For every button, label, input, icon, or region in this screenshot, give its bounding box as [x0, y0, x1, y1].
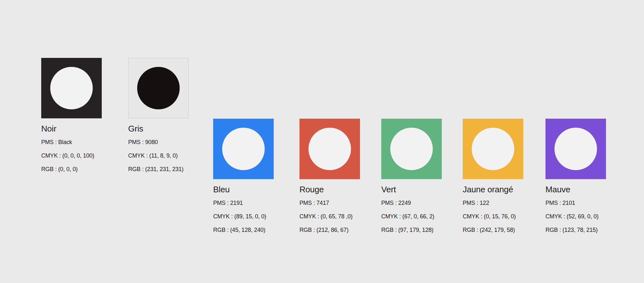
- pms-value: PMS : 9080: [128, 139, 209, 145]
- color-palette-page: Noir PMS : Black CMYK : (0, 0, 0, 100) R…: [0, 0, 644, 283]
- cmyk-value: CMYK : (0, 0, 0, 100): [41, 153, 122, 159]
- mauve-color-square: [545, 119, 606, 179]
- swatch-jaune-orange: Jaune orangé PMS : 122 CMYK : (0, 15, 76…: [463, 119, 543, 233]
- color-name: Noir: [41, 124, 122, 133]
- circle-cutout-icon: [222, 128, 265, 170]
- color-name: Jaune orangé: [463, 185, 543, 194]
- rgb-value: RGB : (0, 0, 0): [41, 166, 122, 172]
- circle-cutout-icon: [390, 128, 433, 170]
- color-name: Gris: [128, 124, 209, 133]
- rgb-value: RGB : (242, 179, 58): [463, 227, 543, 233]
- circle-cutout-icon: [137, 67, 180, 109]
- swatch-noir: Noir PMS : Black CMYK : (0, 0, 0, 100) R…: [41, 58, 122, 172]
- color-name: Mauve: [545, 185, 626, 194]
- pms-value: PMS : 7417: [299, 200, 380, 206]
- rgb-value: RGB : (231, 231, 231): [128, 166, 209, 172]
- bleu-color-square: [213, 119, 274, 179]
- rgb-value: RGB : (212, 86, 67): [299, 227, 380, 233]
- rgb-value: RGB : (45, 128, 240): [213, 227, 294, 233]
- pms-value: PMS : 2249: [381, 200, 462, 206]
- pms-value: PMS : 2101: [545, 200, 626, 206]
- rgb-value: RGB : (97, 179, 128): [381, 227, 462, 233]
- pms-value: PMS : Black: [41, 139, 122, 145]
- color-name: Vert: [381, 185, 462, 194]
- swatch-vert: Vert PMS : 2249 CMYK : (67, 0, 66, 2) RG…: [381, 119, 462, 233]
- pms-value: PMS : 122: [463, 200, 543, 206]
- swatch-mauve: Mauve PMS : 2101 CMYK : (52, 69, 0, 0) R…: [545, 119, 626, 233]
- gris-color-square: [128, 58, 189, 118]
- noir-color-square: [41, 58, 102, 118]
- cmyk-value: CMYK : (52, 69, 0, 0): [545, 214, 626, 219]
- swatch-rouge: Rouge PMS : 7417 CMYK : (0, 65, 78 ,0) R…: [299, 119, 380, 233]
- vert-color-square: [381, 119, 442, 179]
- pms-value: PMS : 2191: [213, 200, 294, 206]
- circle-cutout-icon: [472, 128, 514, 170]
- circle-cutout-icon: [50, 67, 93, 109]
- rgb-value: RGB : (123, 78, 215): [545, 227, 626, 233]
- cmyk-value: CMYK : (0, 65, 78 ,0): [299, 214, 380, 219]
- circle-cutout-icon: [308, 128, 351, 170]
- cmyk-value: CMYK : (67, 0, 66, 2): [381, 214, 462, 219]
- cmyk-value: CMYK : (89, 15, 0, 0): [213, 214, 294, 219]
- swatch-gris: Gris PMS : 9080 CMYK : (11, 8, 9, 0) RGB…: [128, 58, 209, 172]
- color-name: Rouge: [299, 185, 380, 194]
- rouge-color-square: [299, 119, 360, 179]
- cmyk-value: CMYK : (0, 15, 76, 0): [463, 214, 543, 219]
- circle-cutout-icon: [554, 128, 597, 170]
- color-name: Bleu: [213, 185, 294, 194]
- cmyk-value: CMYK : (11, 8, 9, 0): [128, 153, 209, 159]
- swatch-bleu: Bleu PMS : 2191 CMYK : (89, 15, 0, 0) RG…: [213, 119, 294, 233]
- jaune-orange-color-square: [463, 119, 523, 179]
